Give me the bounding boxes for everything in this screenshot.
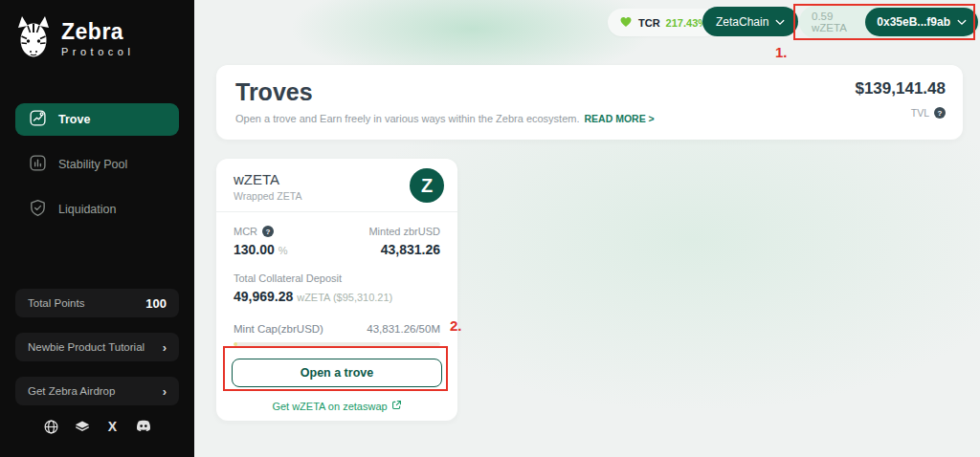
wallet-widget: 0.59 wZETA 0x35eB...f9ab bbox=[799, 6, 980, 38]
wzeta-trove-card: wZETA Wrapped ZETA Z MCR ? 130.00 % bbox=[216, 159, 457, 421]
mint-cap-progress-fill bbox=[234, 342, 237, 346]
collateral-label: Total Collateral Deposit bbox=[234, 272, 342, 284]
page-title: Troves bbox=[235, 78, 313, 106]
sidebar-item-stability-pool[interactable]: Stability Pool bbox=[15, 148, 179, 181]
sidebar: Zebra Protocol Trove bbox=[0, 0, 194, 457]
sidebar-item-liquidation[interactable]: Liquidation bbox=[15, 193, 179, 226]
chevron-down-icon bbox=[957, 15, 967, 29]
tvl-value: $139,141.48 bbox=[855, 79, 946, 98]
main-content: TCR 217.43% ZetaChain 0.59 wZETA 0x35eB.… bbox=[194, 0, 980, 457]
tvl-label: TVL bbox=[911, 107, 929, 119]
minted-label: Minted zbrUSD bbox=[368, 226, 440, 237]
wallet-address: 0x35eB...f9ab bbox=[877, 15, 950, 29]
minted-value: 43,831.26 bbox=[368, 242, 440, 257]
collateral-value: 49,969.28 bbox=[234, 289, 293, 304]
bar-chart-icon bbox=[29, 154, 47, 175]
asset-card-body: MCR ? 130.00 % Minted zbrUSD 43,831.26 bbox=[216, 212, 457, 346]
troves-header-card: Troves Open a trove and Earn freely in v… bbox=[216, 65, 963, 140]
chevron-right-icon: › bbox=[163, 340, 167, 355]
chevron-down-icon bbox=[775, 15, 785, 29]
total-points-label: Total Points bbox=[28, 297, 84, 309]
open-trove-button[interactable]: Open a trove bbox=[232, 359, 442, 387]
annotation-step-1: 1. bbox=[775, 44, 788, 60]
sidebar-nav: Trove Stability Pool bbox=[0, 103, 194, 238]
discord-icon[interactable] bbox=[135, 418, 152, 435]
wallet-balance: 0.59 wZETA bbox=[799, 11, 865, 33]
chevron-right-icon: › bbox=[163, 384, 167, 399]
zetachain-token-icon: Z bbox=[410, 168, 444, 203]
mcr-unit: % bbox=[278, 245, 288, 256]
annotation-step-2: 2. bbox=[450, 317, 462, 334]
tvl-help-icon[interactable]: ? bbox=[934, 107, 946, 119]
mcr-help-icon[interactable]: ? bbox=[262, 226, 274, 237]
logo-text: Zebra Protocol bbox=[61, 20, 134, 57]
mint-cap-progress-bar bbox=[234, 342, 440, 346]
tutorial-label: Newbie Product Tutorial bbox=[28, 341, 145, 353]
sidebar-item-trove[interactable]: Trove bbox=[15, 103, 179, 136]
tvl-block: $139,141.48 TVL ? bbox=[855, 79, 946, 119]
tcr-label: TCR bbox=[638, 17, 660, 29]
asset-card-header: wZETA Wrapped ZETA Z bbox=[216, 159, 457, 212]
sidebar-bottom: Total Points 100 Newbie Product Tutorial… bbox=[0, 289, 194, 421]
zebra-logo-icon bbox=[15, 15, 52, 61]
trove-chart-icon bbox=[29, 109, 47, 130]
sidebar-item-label: Trove bbox=[58, 113, 90, 126]
get-wzeta-link-text: Get wZETA on zetaswap bbox=[272, 401, 387, 412]
logo-title: Zebra bbox=[61, 20, 134, 43]
mint-cap-value: 43,831.26/50M bbox=[367, 323, 440, 335]
tutorial-button[interactable]: Newbie Product Tutorial › bbox=[15, 333, 179, 361]
mcr-label: MCR bbox=[234, 226, 257, 237]
zebra-protocol-app: Zebra Protocol Trove bbox=[0, 0, 980, 457]
sidebar-item-label: Stability Pool bbox=[58, 158, 127, 171]
docs-gitbook-icon[interactable] bbox=[74, 418, 91, 435]
shield-check-icon bbox=[29, 199, 47, 220]
total-points-value: 100 bbox=[145, 296, 167, 311]
total-points-card: Total Points 100 bbox=[15, 289, 179, 317]
airdrop-button[interactable]: Get Zebra Airdrop › bbox=[15, 377, 179, 405]
logo-subtitle: Protocol bbox=[61, 46, 134, 57]
get-wzeta-link[interactable]: Get wZETA on zetaswap bbox=[216, 400, 457, 412]
website-globe-icon[interactable] bbox=[43, 418, 60, 435]
tcr-value: 217.43% bbox=[666, 17, 707, 29]
network-selector[interactable]: ZetaChain bbox=[702, 7, 798, 36]
mcr-value: 130.00 bbox=[234, 242, 275, 257]
x-twitter-icon[interactable]: X bbox=[104, 418, 122, 435]
network-label: ZetaChain bbox=[716, 15, 768, 29]
airdrop-label: Get Zebra Airdrop bbox=[28, 385, 115, 397]
wallet-address-button[interactable]: 0x35eB...f9ab bbox=[865, 8, 978, 36]
heart-icon bbox=[619, 14, 633, 32]
social-links: X bbox=[0, 418, 194, 435]
subtitle-text: Open a trove and Earn freely in various … bbox=[235, 113, 580, 124]
external-link-icon bbox=[391, 400, 402, 412]
collateral-usd-value: wZETA ($95,310.21) bbox=[297, 292, 392, 303]
sidebar-item-label: Liquidation bbox=[58, 203, 116, 216]
mint-cap-label: Mint Cap(zbrUSD) bbox=[234, 323, 323, 335]
logo: Zebra Protocol bbox=[0, 0, 194, 61]
page-subtitle: Open a trove and Earn freely in various … bbox=[235, 113, 655, 124]
read-more-link[interactable]: READ MORE > bbox=[585, 113, 655, 124]
